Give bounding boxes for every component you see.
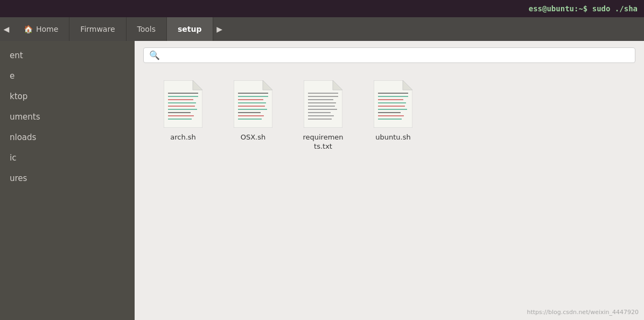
search-wrapper[interactable]: 🔍 — [143, 47, 635, 63]
sidebar-item-recent[interactable]: ent — [0, 45, 135, 66]
file-label-arch: arch.sh — [170, 133, 196, 142]
file-item-requirements[interactable]: requirements.txt — [296, 80, 350, 151]
sidebar-item-home[interactable]: e — [0, 66, 135, 86]
file-item-arch[interactable]: arch.sh — [156, 80, 210, 151]
search-icon: 🔍 — [149, 50, 160, 60]
tab-home[interactable]: 🏠 Home — [13, 17, 69, 41]
file-item-osx[interactable]: OSX.sh — [226, 80, 280, 151]
search-bar: 🔍 — [135, 41, 644, 69]
file-label-ubuntu: ubuntu.sh — [375, 133, 410, 142]
terminal-text: ess@ubuntu:~$ sudo ./sha — [529, 4, 638, 13]
sidebar-item-documents[interactable]: uments — [0, 107, 135, 127]
tab-tools[interactable]: Tools — [127, 17, 167, 41]
file-icon-ubuntu — [374, 80, 412, 128]
file-grid: arch.sh — [135, 69, 644, 162]
svg-marker-1 — [193, 80, 202, 90]
sidebar-item-pictures[interactable]: ures — [0, 168, 135, 189]
tab-home-label: Home — [36, 25, 58, 33]
file-icon-arch — [164, 80, 202, 128]
sidebar: ent e ktop uments nloads ic ures — [0, 41, 135, 320]
tab-setup[interactable]: setup — [167, 17, 213, 41]
file-icon-requirements — [304, 80, 342, 128]
sidebar-item-desktop[interactable]: ktop — [0, 86, 135, 107]
svg-marker-23 — [333, 80, 342, 90]
sidebar-item-downloads[interactable]: nloads — [0, 127, 135, 148]
terminal-bar: ess@ubuntu:~$ sudo ./sha — [0, 0, 644, 17]
file-browser: 🔍 — [135, 41, 644, 320]
main-content: ent e ktop uments nloads ic ures 🔍 — [0, 41, 644, 320]
tab-bar: ◀ 🏠 Home Firmware Tools setup ▶ — [0, 17, 644, 41]
search-input[interactable] — [163, 51, 629, 60]
tab-firmware[interactable]: Firmware — [69, 17, 126, 41]
file-icon-osx — [234, 80, 272, 128]
file-item-ubuntu[interactable]: ubuntu.sh — [366, 80, 420, 151]
file-label-requirements: requirements.txt — [303, 133, 343, 151]
home-icon: 🏠 — [24, 25, 33, 33]
tab-setup-label: setup — [178, 25, 202, 33]
tab-firmware-label: Firmware — [80, 25, 115, 33]
svg-marker-34 — [403, 80, 412, 90]
tab-nav-next[interactable]: ▶ — [213, 17, 226, 41]
file-label-osx: OSX.sh — [241, 133, 266, 142]
svg-marker-12 — [263, 80, 272, 90]
watermark: https://blog.csdn.net/weixin_4447920 — [527, 309, 639, 316]
sidebar-item-music[interactable]: ic — [0, 148, 135, 168]
tab-tools-label: Tools — [137, 25, 156, 33]
tab-nav-prev[interactable]: ◀ — [0, 17, 13, 41]
